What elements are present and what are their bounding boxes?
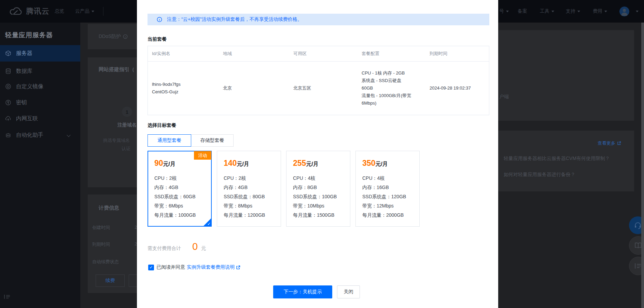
sidebar-item-label: 数据库: [16, 68, 32, 75]
client-text-fragment: 户端: [499, 94, 509, 100]
instance-name: CentOS-Gujz: [152, 88, 219, 96]
plan-price-row: 255元/月: [293, 159, 350, 168]
plan-specs: CPU：4核 内存：16GB SSD系统盘：120GB 带宽：12Mbps 每月…: [362, 174, 419, 220]
sidebar-item-label: 内网互联: [16, 115, 38, 122]
sidebar-item-database[interactable]: 数据库: [0, 63, 80, 79]
screen: 腾讯云 总览 云产品 号 备案 工具 支持 费用 轻量应用服务器: [0, 0, 644, 308]
fee-total-row: 需支付费用合计 0 元: [148, 241, 206, 252]
nav-support[interactable]: 支持: [566, 0, 580, 23]
view-more-link[interactable]: 查看更多: [598, 140, 621, 146]
chevron-down-icon: [551, 11, 554, 12]
current-package-title: 当前套餐: [148, 36, 167, 42]
chevron-down-icon: [67, 133, 70, 137]
logo-text: 腾讯云: [26, 6, 50, 16]
faq-link-2[interactable]: 如何对轻量应用服务器进行备份？: [504, 172, 575, 178]
nav-tools[interactable]: 工具: [540, 0, 554, 23]
col-header-config: 套餐配置: [358, 50, 425, 57]
billing-label-created: 创建时间: [92, 225, 110, 231]
nav-billing[interactable]: 费用: [593, 0, 607, 23]
info-icon: [123, 34, 128, 39]
activity-badge: 活动: [194, 151, 211, 160]
sidebar-item-label: 自动化助手: [16, 132, 43, 139]
config-cell: CPU - 1核 内存 - 2GB 系统盘 - SSD云硬盘 60GB 流量包 …: [358, 69, 425, 107]
tencent-cloud-logo[interactable]: 腾讯云: [9, 0, 50, 23]
sidebar-item-private-network[interactable]: 内网互联: [0, 110, 80, 127]
faq-link-1[interactable]: 轻量应用服务器相比云服务器CVM有何使用限制？: [504, 156, 610, 162]
agreement-checkbox[interactable]: ✓: [148, 265, 154, 270]
key-icon: [5, 99, 11, 106]
plan-price-row: 90元/月: [154, 159, 211, 168]
chevron-down-icon: [604, 11, 607, 12]
user-avatar[interactable]: [619, 6, 629, 16]
avatar-chevron[interactable]: [634, 0, 639, 23]
sidebar-item-key[interactable]: 密钥: [0, 94, 80, 111]
plan-card-350[interactable]: 350元/月 CPU：4核 内存：16GB SSD系统盘：120GB 带宽：12…: [355, 151, 420, 227]
nav-account-partial[interactable]: 号: [499, 0, 509, 23]
sidebar-title: 轻量应用服务器: [5, 31, 53, 40]
agreement-row: ✓ 已阅读并同意 实例升级套餐费用说明: [148, 264, 240, 270]
renew-button[interactable]: 续费: [96, 274, 125, 287]
col-header-id: Id/实例名: [148, 50, 219, 57]
upgrade-package-dialog: 注意：“云+校园”活动实例升级套餐后，不再享受活动续费价格。 当前套餐 Id/实…: [137, 0, 498, 308]
sidebar-item-server[interactable]: 服务器: [0, 45, 80, 62]
table-header: Id/实例名 地域 可用区 套餐配置 到期时间: [148, 46, 489, 62]
notice-text: 注意：“云+校园”活动实例升级套餐后，不再享受活动续费价格。: [167, 16, 302, 23]
page-scrollbar[interactable]: [641, 23, 644, 308]
instance-id-cell: lhins-9odx7fgs CentOS-Gujz: [148, 81, 219, 96]
plan-price-row: 350元/月: [362, 159, 419, 168]
chevron-down-icon: [636, 11, 639, 12]
sidebar-collapse-icon[interactable]: [4, 294, 10, 299]
network-icon: [5, 116, 11, 122]
headset-icon: [634, 221, 642, 229]
check-icon: ✓: [207, 222, 211, 226]
server-icon: [5, 50, 11, 56]
billing-label-expire: 到期时间: [92, 241, 110, 247]
plan-cards: 活动 90元/月 CPU：2核 内存：4GB SSD系统盘：60GB 带宽：6M…: [148, 151, 420, 227]
chevron-down-icon: [92, 11, 94, 12]
chevron-down-icon: [577, 11, 580, 12]
plan-card-140[interactable]: 140元/月 CPU：2核 内存：4GB SSD系统盘：80GB 带宽：8Mbp…: [217, 151, 281, 227]
fee-unit: 元: [201, 245, 206, 252]
package-type-tabs: 通用型套餐 存储型套餐: [148, 134, 234, 147]
plan-specs: CPU：2核 内存：4GB SSD系统盘：80GB 带宽：8Mbps 每月流量：…: [224, 174, 281, 220]
table-row: lhins-9odx7fgs CentOS-Gujz 北京 北京五区 CPU -…: [148, 62, 489, 115]
external-link-icon: [236, 265, 240, 270]
nav-overview[interactable]: 总览: [55, 0, 64, 23]
target-package-title: 选择目标套餐: [148, 122, 176, 129]
sidebar-item-automation-assistant[interactable]: 自动化助手: [0, 127, 80, 143]
col-header-expire: 到期时间: [425, 50, 489, 57]
nav-products[interactable]: 云产品: [75, 0, 94, 23]
step-1-circle: 1: [122, 107, 132, 117]
next-step-button[interactable]: 下一步：关机提示: [273, 285, 332, 298]
fee-description-link[interactable]: 实例升级套餐费用说明: [187, 264, 240, 270]
fee-label: 需支付费用合计: [148, 245, 181, 252]
plan-price-row: 140元/月: [224, 159, 281, 168]
sidebar-item-label: 自定义镜像: [16, 83, 43, 90]
notice-banner: 注意：“云+校园”活动实例升级套餐后，不再享受活动续费价格。: [148, 14, 489, 25]
site-guide-title: 网站搭建指引（: [99, 66, 135, 73]
plan-card-255[interactable]: 255元/月 CPU：4核 内存：8GB SSD系统盘：100GB 带宽：10M…: [286, 151, 350, 227]
sidebar-item-custom-image[interactable]: 自定义镜像: [0, 78, 80, 95]
zone-cell: 北京五区: [289, 84, 358, 92]
chevron-down-icon: [506, 11, 509, 12]
col-header-zone: 可用区: [289, 50, 358, 57]
database-icon: [5, 68, 11, 74]
instance-id: lhins-9odx7fgs: [152, 81, 219, 88]
sidebar-item-label: 服务器: [16, 50, 32, 57]
step-1-title: 注册域名: [117, 122, 137, 128]
billing-label-autorenew: 自动续费状态: [92, 259, 119, 265]
tab-storage-package[interactable]: 存储型套餐: [191, 134, 234, 147]
region-cell: 北京: [219, 84, 289, 92]
assistant-icon: [5, 132, 11, 138]
close-button[interactable]: 关闭: [337, 285, 360, 298]
billing-card-title: 计费信息: [99, 205, 119, 211]
expire-time-cell: 2024-09-28 19:02:37: [425, 84, 489, 92]
image-icon: [5, 83, 11, 90]
sidebar-item-label: 密钥: [16, 99, 27, 106]
external-link-icon: [617, 141, 621, 145]
step-1-desc-line2: 认证: [122, 146, 130, 152]
tab-general-package[interactable]: 通用型套餐: [148, 134, 191, 147]
ddos-label: DDoS防护: [99, 34, 128, 40]
nav-beian[interactable]: 备案: [518, 0, 527, 23]
plan-card-90[interactable]: 活动 90元/月 CPU：2核 内存：4GB SSD系统盘：60GB 带宽：6M…: [148, 151, 212, 227]
